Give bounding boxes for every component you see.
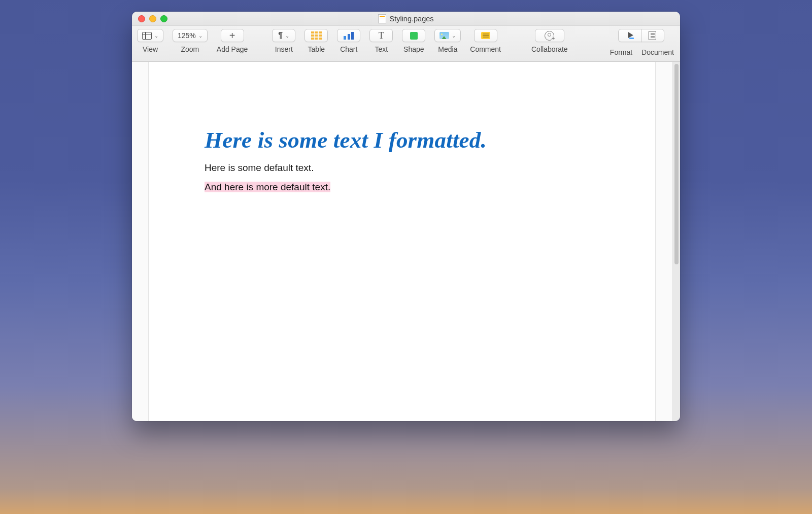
- table-button[interactable]: [304, 29, 328, 42]
- text-label: Text: [375, 45, 388, 53]
- chart-label: Chart: [340, 45, 357, 53]
- paintbrush-icon: [625, 31, 634, 40]
- add-page-label: Add Page: [217, 45, 248, 53]
- document-icon: [649, 31, 656, 40]
- view-button[interactable]: ⌄: [137, 29, 163, 42]
- zoom-window-button[interactable]: [160, 15, 167, 22]
- vertical-scrollbar[interactable]: [672, 62, 680, 421]
- window-title: Styling.pages: [132, 14, 680, 23]
- titlebar[interactable]: Styling.pages: [132, 12, 680, 26]
- format-label: Format: [607, 48, 635, 56]
- window-title-text: Styling.pages: [389, 15, 433, 23]
- table-label: Table: [308, 45, 325, 53]
- default-text-line[interactable]: Here is some default text.: [205, 162, 599, 174]
- text-icon: T: [379, 30, 384, 41]
- collaborate-icon: [545, 31, 554, 41]
- chevron-down-icon: ⌄: [198, 33, 202, 39]
- zoom-label: Zoom: [181, 45, 199, 53]
- shape-button[interactable]: [402, 29, 425, 42]
- scrollbar-thumb[interactable]: [674, 64, 679, 264]
- document-button[interactable]: [641, 29, 664, 42]
- comment-icon: [481, 32, 490, 39]
- layout-icon: [142, 32, 152, 40]
- document-file-icon: [378, 14, 386, 23]
- shape-label: Shape: [403, 45, 424, 53]
- close-window-button[interactable]: [138, 15, 145, 22]
- document-canvas[interactable]: Here is some text I formatted. Here is s…: [132, 62, 672, 421]
- minimize-window-button[interactable]: [149, 15, 156, 22]
- traffic-lights: [138, 15, 167, 22]
- chart-button[interactable]: [337, 29, 360, 42]
- insert-button[interactable]: ¶ ⌄: [272, 29, 295, 42]
- insert-label: Insert: [275, 45, 293, 53]
- chevron-down-icon: ⌄: [285, 33, 289, 39]
- chevron-down-icon: ⌄: [452, 33, 456, 39]
- collaborate-button[interactable]: [535, 29, 564, 42]
- collaborate-label: Collaborate: [531, 45, 568, 53]
- main-toolbar: ⌄ View 125% ⌄ Zoom + Add Page ¶ ⌄ Insert: [132, 26, 680, 62]
- media-label: Media: [438, 45, 457, 53]
- text-button[interactable]: T: [369, 29, 393, 42]
- format-button[interactable]: [618, 29, 641, 42]
- zoom-value: 125%: [178, 31, 196, 40]
- chart-icon: [344, 32, 354, 40]
- app-window: Styling.pages ⌄ View 125% ⌄ Zoom + Add P…: [132, 12, 680, 421]
- pilcrow-icon: ¶: [278, 31, 283, 40]
- content-area: Here is some text I formatted. Here is s…: [132, 62, 680, 421]
- view-label: View: [143, 45, 158, 53]
- table-icon: [311, 31, 322, 40]
- media-button[interactable]: ⌄: [434, 29, 461, 42]
- zoom-button[interactable]: 125% ⌄: [173, 29, 208, 42]
- document-label: Document: [640, 48, 675, 56]
- formatted-heading-line[interactable]: Here is some text I formatted.: [205, 127, 599, 153]
- selected-text-span[interactable]: And here is more default text.: [205, 182, 330, 192]
- shape-icon: [410, 32, 418, 40]
- selected-text-line[interactable]: And here is more default text.: [205, 182, 599, 193]
- media-icon: [439, 32, 449, 39]
- add-page-button[interactable]: +: [221, 29, 244, 42]
- comment-button[interactable]: [474, 29, 497, 42]
- plus-icon: +: [229, 30, 235, 41]
- page[interactable]: Here is some text I formatted. Here is s…: [148, 62, 656, 421]
- comment-label: Comment: [470, 45, 501, 53]
- chevron-down-icon: ⌄: [154, 33, 158, 39]
